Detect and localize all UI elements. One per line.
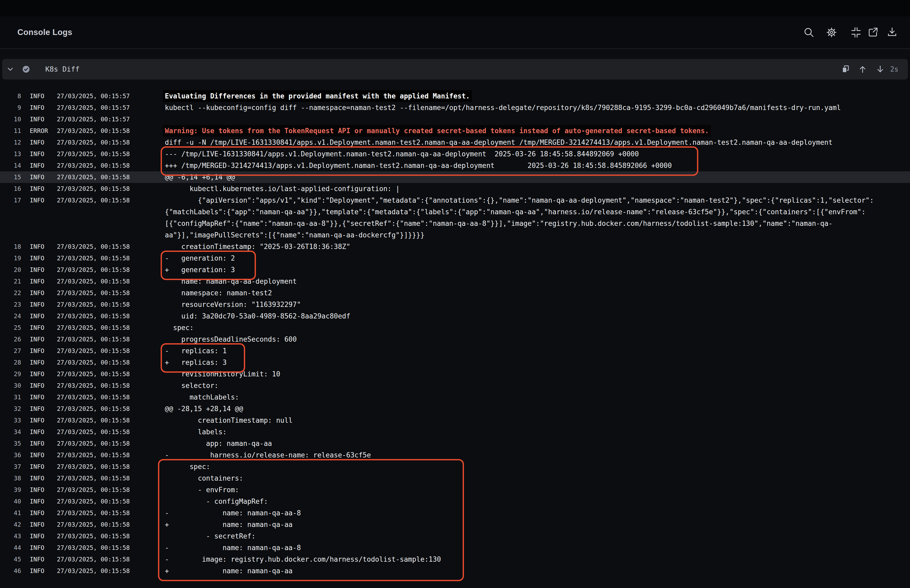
- log-level: INFO: [30, 507, 44, 519]
- download-button[interactable]: [886, 26, 899, 39]
- log-num: 11: [0, 125, 21, 137]
- log-level: INFO: [30, 137, 44, 148]
- log-row: 38INFO27/03/2025, 00:15:58 containers:: [0, 472, 910, 484]
- log-level: INFO: [30, 102, 44, 113]
- log-message: +++ /tmp/MERGED-3214274413/apps.v1.Deplo…: [165, 160, 672, 171]
- log-level: INFO: [30, 449, 44, 461]
- log-row: 11ERROR27/03/2025, 00:15:58Warning: Use …: [0, 125, 910, 137]
- log-message: spec:: [165, 461, 210, 472]
- log-level: INFO: [30, 391, 44, 403]
- log-num: 40: [0, 496, 21, 507]
- check-circle-icon: [21, 64, 31, 74]
- log-level: INFO: [30, 299, 44, 310]
- log-level: INFO: [30, 113, 44, 125]
- log-message: labels:: [165, 426, 227, 438]
- log-num: 23: [0, 299, 21, 310]
- log-num: 20: [0, 264, 21, 276]
- log-row: 26INFO27/03/2025, 00:15:58 progressDeadl…: [0, 333, 910, 345]
- log-row: 27INFO27/03/2025, 00:15:58- replicas: 1: [0, 345, 910, 357]
- log-time: 27/03/2025, 00:15:58: [57, 403, 130, 415]
- log-num: 45: [0, 554, 21, 565]
- copy-logs-button[interactable]: [840, 64, 851, 74]
- arrow-down-icon: [875, 64, 886, 74]
- log-row: 21INFO27/03/2025, 00:15:58 name: naman-q…: [0, 276, 910, 287]
- log-message: uid: 3a20dc70-53a0-4989-8562-8aa29ac80ed…: [165, 310, 350, 322]
- scroll-to-top-button[interactable]: [857, 64, 868, 74]
- log-row: 37INFO27/03/2025, 00:15:58 spec:: [0, 461, 910, 472]
- log-message: revisionHistoryLimit: 10: [165, 368, 280, 380]
- log-time: 27/03/2025, 00:15:58: [57, 565, 130, 577]
- log-time: 27/03/2025, 00:15:57: [57, 102, 130, 113]
- log-level: INFO: [30, 194, 44, 206]
- log-num: 38: [0, 472, 21, 484]
- log-row: 41INFO27/03/2025, 00:15:58- name: naman-…: [0, 507, 910, 519]
- open-in-new-button[interactable]: [866, 26, 879, 39]
- log-num: 33: [0, 415, 21, 426]
- log-level: INFO: [30, 380, 44, 391]
- log-num: 18: [0, 241, 21, 252]
- log-level: INFO: [30, 565, 44, 577]
- log-message: {"apiVersion":"apps/v1","kind":"Deployme…: [165, 194, 874, 206]
- log-row: 34INFO27/03/2025, 00:15:58 labels:: [0, 426, 910, 438]
- log-message: app: naman-qa-aa: [165, 438, 272, 449]
- log-level: INFO: [30, 252, 44, 264]
- log-row: 30INFO27/03/2025, 00:15:58 selector:: [0, 380, 910, 391]
- step-duration: 2s: [890, 59, 899, 79]
- log-level: INFO: [30, 183, 44, 194]
- log-time: 27/03/2025, 00:15:58: [57, 125, 130, 137]
- log-time: 27/03/2025, 00:15:58: [57, 368, 130, 380]
- log-message: Evaluating Differences in the provided m…: [163, 90, 472, 102]
- log-viewer[interactable]: 8INFO27/03/2025, 00:15:57Evaluating Diff…: [0, 90, 910, 577]
- log-message: creationTimestamp: "2025-03-26T18:36:38Z…: [165, 241, 350, 252]
- log-time: 27/03/2025, 00:15:58: [57, 484, 130, 496]
- log-row: 28INFO27/03/2025, 00:15:58+ replicas: 3: [0, 357, 910, 368]
- log-level: INFO: [30, 542, 44, 554]
- log-time: 27/03/2025, 00:15:58: [57, 241, 130, 252]
- log-row: 16INFO27/03/2025, 00:15:58 kubectl.kuber…: [0, 183, 910, 194]
- settings-button[interactable]: [825, 26, 838, 39]
- log-num: 43: [0, 530, 21, 542]
- log-message: Warning: Use tokens from the TokenReques…: [163, 125, 711, 137]
- log-num: 34: [0, 426, 21, 438]
- log-message: + replicas: 3: [165, 357, 227, 368]
- log-level: INFO: [30, 472, 44, 484]
- log-row: 33INFO27/03/2025, 00:15:58 creationTimes…: [0, 415, 910, 426]
- log-num: 19: [0, 252, 21, 264]
- search-button[interactable]: [803, 26, 815, 39]
- log-level: INFO: [30, 345, 44, 357]
- log-message: name: naman-qa-aa-deployment: [165, 276, 297, 287]
- log-message: kubectl.kubernetes.io/last-applied-confi…: [165, 183, 400, 194]
- log-row: 17INFO27/03/2025, 00:15:58 {"apiVersion"…: [0, 194, 910, 241]
- log-time: 27/03/2025, 00:15:58: [57, 380, 130, 391]
- step-title: K8s Diff: [45, 59, 79, 79]
- log-row: 39INFO27/03/2025, 00:15:58 - envFrom:: [0, 484, 910, 496]
- log-num: 31: [0, 391, 21, 403]
- scroll-to-bottom-button[interactable]: [875, 64, 886, 74]
- log-message: --- /tmp/LIVE-1631330841/apps.v1.Deploym…: [165, 148, 639, 160]
- log-num: 8: [0, 90, 21, 102]
- log-message: progressDeadlineSeconds: 600: [165, 333, 297, 345]
- log-row: 43INFO27/03/2025, 00:15:58 - secretRef:: [0, 530, 910, 542]
- log-time: 27/03/2025, 00:15:58: [57, 519, 130, 530]
- collapse-step-button[interactable]: [5, 64, 16, 74]
- log-time: 27/03/2025, 00:15:58: [57, 160, 130, 171]
- log-message: + generation: 3: [165, 264, 235, 276]
- log-message: - generation: 2: [165, 252, 235, 264]
- log-num: 32: [0, 403, 21, 415]
- log-num: 41: [0, 507, 21, 519]
- log-level: INFO: [30, 160, 44, 171]
- collapse-button[interactable]: [850, 26, 862, 39]
- step-bar-k8s-diff[interactable]: K8s Diff 2s: [2, 59, 908, 79]
- log-num: 35: [0, 438, 21, 449]
- log-num: 14: [0, 160, 21, 171]
- log-message: - envFrom:: [165, 484, 239, 496]
- chevron-down-icon: [5, 64, 16, 74]
- log-time: 27/03/2025, 00:15:58: [57, 472, 130, 484]
- log-time: 27/03/2025, 00:15:58: [57, 287, 130, 299]
- log-row: 45INFO27/03/2025, 00:15:58- image: regis…: [0, 554, 910, 565]
- log-row: 23INFO27/03/2025, 00:15:58 resourceVersi…: [0, 299, 910, 310]
- log-num: 42: [0, 519, 21, 530]
- log-level: INFO: [30, 530, 44, 542]
- log-num: 37: [0, 461, 21, 472]
- console-logs-header: Console Logs: [0, 16, 910, 49]
